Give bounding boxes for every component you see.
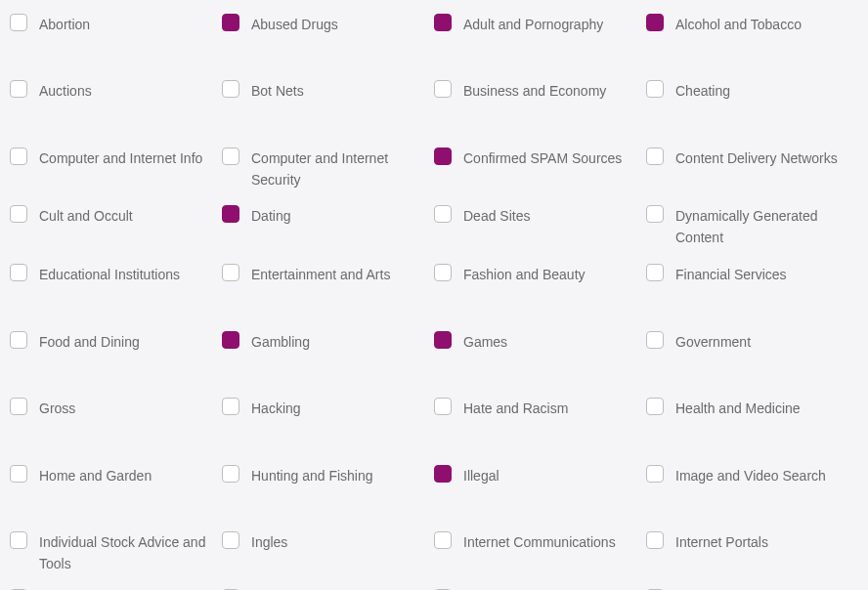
category-label[interactable]: Educational Institutions	[39, 264, 180, 285]
category-item-ingles: Ingles	[222, 531, 434, 553]
category-item-content-delivery-networks: Content Delivery Networks	[646, 148, 858, 169]
category-item-food-and-dining: Food and Dining	[10, 331, 222, 353]
category-item-abortion: Abortion	[10, 14, 222, 35]
category-label[interactable]: Hate and Racism	[463, 398, 568, 419]
category-label[interactable]: Cheating	[675, 80, 730, 102]
category-item-hacking: Hacking	[222, 398, 434, 419]
category-label[interactable]: Internet Portals	[675, 531, 768, 553]
category-item-image-and-video-search: Image and Video Search	[646, 465, 858, 486]
checkbox-gambling[interactable]	[222, 331, 239, 349]
checkbox-content-delivery-networks[interactable]	[646, 148, 664, 165]
category-label[interactable]: Dating	[251, 205, 290, 227]
checkbox-games[interactable]	[434, 331, 452, 349]
category-label[interactable]: Computer and Internet Security	[251, 148, 426, 191]
category-label[interactable]: Hunting and Fishing	[251, 465, 373, 486]
category-item-computer-and-internet-info: Computer and Internet Info	[10, 148, 222, 169]
checkbox-confirmed-spam-sources[interactable]	[434, 148, 452, 165]
category-label[interactable]: Adult and Pornography	[463, 14, 603, 35]
category-label[interactable]: Ingles	[251, 531, 287, 553]
category-label[interactable]: Image and Video Search	[675, 465, 826, 486]
checkbox-business-and-economy[interactable]	[434, 80, 452, 98]
category-item-internet-portals: Internet Portals	[646, 531, 858, 553]
checkbox-abortion[interactable]	[10, 14, 27, 31]
checkbox-hunting-and-fishing[interactable]	[222, 465, 239, 483]
category-label[interactable]: Hacking	[251, 398, 301, 419]
checkbox-hate-and-racism[interactable]	[434, 398, 452, 415]
category-item-abused-drugs: Abused Drugs	[222, 14, 434, 35]
category-label[interactable]: Dead Sites	[463, 205, 530, 227]
category-label[interactable]: Individual Stock Advice and Tools	[39, 531, 214, 575]
category-item-cult-and-occult: Cult and Occult	[10, 205, 222, 227]
category-item-health-and-medicine: Health and Medicine	[646, 398, 858, 419]
category-item-educational-institutions: Educational Institutions	[10, 264, 222, 285]
checkbox-entertainment-and-arts[interactable]	[222, 264, 239, 281]
category-label[interactable]: Gross	[39, 398, 75, 419]
category-label[interactable]: Food and Dining	[39, 331, 140, 353]
category-label[interactable]: Business and Economy	[463, 80, 606, 102]
checkbox-auctions[interactable]	[10, 80, 27, 98]
category-item-fashion-and-beauty: Fashion and Beauty	[434, 264, 646, 285]
category-item-gross: Gross	[10, 398, 222, 419]
checkbox-individual-stock-advice-and-tools[interactable]	[10, 531, 27, 549]
category-item-entertainment-and-arts: Entertainment and Arts	[222, 264, 434, 285]
checkbox-abused-drugs[interactable]	[222, 14, 239, 31]
checkbox-bot-nets[interactable]	[222, 80, 239, 98]
checkbox-food-and-dining[interactable]	[10, 331, 27, 349]
category-item-dynamically-generated-content: Dynamically Generated Content	[646, 205, 858, 249]
category-label[interactable]: Alcohol and Tobacco	[675, 14, 802, 35]
checkbox-dead-sites[interactable]	[434, 205, 452, 223]
category-label[interactable]: Entertainment and Arts	[251, 264, 390, 285]
checkbox-cult-and-occult[interactable]	[10, 205, 27, 223]
category-label[interactable]: Confirmed SPAM Sources	[463, 148, 622, 169]
category-label[interactable]: Computer and Internet Info	[39, 148, 202, 169]
category-item-confirmed-spam-sources: Confirmed SPAM Sources	[434, 148, 646, 169]
checkbox-government[interactable]	[646, 331, 664, 349]
checkbox-health-and-medicine[interactable]	[646, 398, 664, 415]
category-item-cheating: Cheating	[646, 80, 858, 102]
category-label[interactable]: Cult and Occult	[39, 205, 133, 227]
category-label[interactable]: Dynamically Generated Content	[675, 205, 850, 249]
checkbox-financial-services[interactable]	[646, 264, 664, 281]
checkbox-dynamically-generated-content[interactable]	[646, 205, 664, 223]
category-item-dating: Dating	[222, 205, 434, 227]
category-label[interactable]: Home and Garden	[39, 465, 152, 486]
category-label[interactable]: Fashion and Beauty	[463, 264, 586, 285]
category-item-illegal: Illegal	[434, 465, 646, 486]
checkbox-dating[interactable]	[222, 205, 239, 223]
category-item-financial-services: Financial Services	[646, 264, 858, 285]
category-item-hunting-and-fishing: Hunting and Fishing	[222, 465, 434, 486]
category-label[interactable]: Abused Drugs	[251, 14, 338, 35]
checkbox-illegal[interactable]	[434, 465, 452, 483]
category-item-gambling: Gambling	[222, 331, 434, 353]
checkbox-hacking[interactable]	[222, 398, 239, 415]
category-filter-grid: AbortionAbused DrugsAdult and Pornograph…	[10, 14, 858, 590]
checkbox-image-and-video-search[interactable]	[646, 465, 664, 483]
checkbox-cheating[interactable]	[646, 80, 664, 98]
category-label[interactable]: Bot Nets	[251, 80, 304, 102]
category-label[interactable]: Internet Communications	[463, 531, 616, 553]
category-item-dead-sites: Dead Sites	[434, 205, 646, 227]
category-label[interactable]: Auctions	[39, 80, 92, 102]
checkbox-internet-portals[interactable]	[646, 531, 664, 549]
checkbox-fashion-and-beauty[interactable]	[434, 264, 452, 281]
checkbox-home-and-garden[interactable]	[10, 465, 27, 483]
checkbox-gross[interactable]	[10, 398, 27, 415]
checkbox-adult-and-pornography[interactable]	[434, 14, 452, 31]
category-label[interactable]: Games	[463, 331, 507, 353]
checkbox-educational-institutions[interactable]	[10, 264, 27, 281]
checkbox-internet-communications[interactable]	[434, 531, 452, 549]
category-label[interactable]: Content Delivery Networks	[675, 148, 838, 169]
category-label[interactable]: Government	[675, 331, 751, 353]
checkbox-computer-and-internet-security[interactable]	[222, 148, 239, 165]
category-item-business-and-economy: Business and Economy	[434, 80, 646, 102]
checkbox-alcohol-and-tobacco[interactable]	[646, 14, 664, 31]
category-label[interactable]: Financial Services	[675, 264, 787, 285]
category-label[interactable]: Gambling	[251, 331, 310, 353]
category-item-individual-stock-advice-and-tools: Individual Stock Advice and Tools	[10, 531, 222, 575]
category-item-alcohol-and-tobacco: Alcohol and Tobacco	[646, 14, 858, 35]
checkbox-computer-and-internet-info[interactable]	[10, 148, 27, 165]
category-label[interactable]: Health and Medicine	[675, 398, 801, 419]
category-label[interactable]: Illegal	[463, 465, 499, 486]
category-label[interactable]: Abortion	[39, 14, 90, 35]
checkbox-ingles[interactable]	[222, 531, 239, 549]
